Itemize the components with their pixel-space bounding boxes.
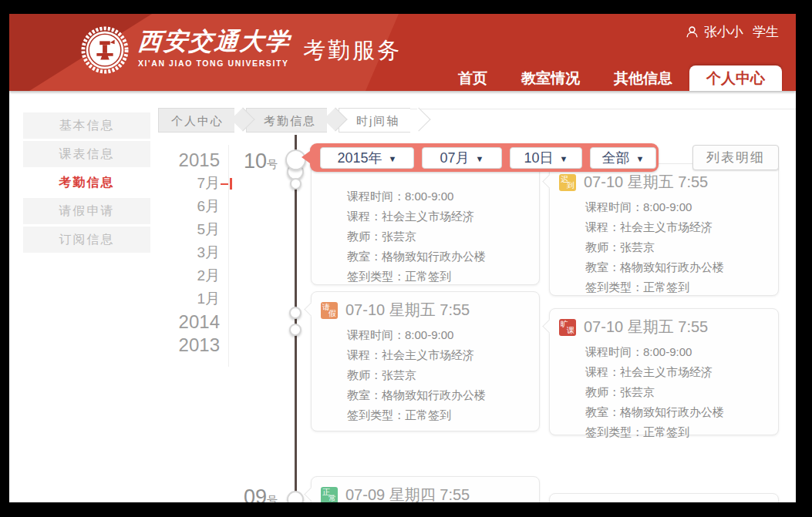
- chevron-down-icon: [560, 149, 568, 166]
- scale-year-2014[interactable]: 2014: [125, 311, 220, 334]
- day-select-value: 10日: [524, 149, 554, 167]
- university-emblem-icon: [81, 26, 129, 74]
- nav-item-home[interactable]: 首页: [446, 65, 500, 91]
- card-header: 旷 课 07-10 星期五 7:55: [559, 317, 769, 337]
- nav-item-classrooms[interactable]: 教室情况: [509, 65, 592, 91]
- year-select[interactable]: 2015年: [320, 147, 414, 169]
- card-body: 课程时间：8:00-9:00 课程：社会主义市场经济 教师：张芸京 教室：格物致…: [321, 325, 530, 425]
- day-number: 09: [244, 485, 267, 502]
- timeline-node: [289, 307, 302, 319]
- month-select-value: 07月: [440, 149, 470, 167]
- scale-year-2015[interactable]: 2015: [125, 149, 220, 172]
- scale-month-5[interactable]: 5月: [125, 218, 220, 241]
- scale-month-7[interactable]: 7月: [125, 172, 220, 195]
- day-select[interactable]: 10日: [510, 147, 582, 169]
- scale-month-6[interactable]: 6月: [125, 195, 220, 218]
- card-field: 课程时间：8:00-9:00: [347, 325, 530, 345]
- card-date: 07-10 星期五 7:55: [584, 172, 708, 193]
- brand-text: 西安交通大学 XI'AN JIAO TONG UNIVERSITY: [138, 26, 291, 68]
- breadcrumb: 个人中心 考勤信息 时j间轴: [158, 108, 422, 133]
- card-date: 07-10 星期五 7:55: [345, 300, 470, 321]
- card-field: 课程时间：8:00-9:00: [347, 186, 530, 206]
- brand: 西安交通大学 XI'AN JIAO TONG UNIVERSITY 考勤服务: [81, 26, 402, 74]
- badge-char: 常: [329, 495, 336, 502]
- university-name-cn: 西安交通大学: [137, 26, 292, 57]
- card-field: 教师：张芸京: [585, 382, 769, 402]
- card-field: 教室：格物致知行政办公楼: [347, 247, 530, 267]
- university-name-en: XI'AN JIAO TONG UNIVERSITY: [138, 59, 291, 68]
- attendance-card: 迟 到 07-10 星期五 7:55 课程时间：8:00-9:00 课程：社会主…: [549, 163, 779, 296]
- nav-item-personal-center[interactable]: 个人中心: [689, 65, 782, 91]
- scale-month-3[interactable]: 3月: [125, 241, 220, 264]
- status-badge-late: 迟 到: [559, 174, 576, 191]
- timeline-day-label-10: 10号: [225, 149, 278, 173]
- card-field: 教室：格物致知行政办公楼: [585, 257, 769, 277]
- main-nav: 首页 教室情况 其他信息 个人中心: [441, 65, 782, 91]
- type-select-value: 全部: [602, 149, 630, 167]
- scale-divider: [228, 145, 229, 367]
- card-field: 签到类型：正常签到: [347, 267, 530, 287]
- card-field: 教室：格物致知行政办公楼: [585, 402, 769, 422]
- chevron-down-icon: [389, 149, 397, 166]
- card-date: 07-10 星期五 7:55: [584, 317, 708, 337]
- attendance-card: 正 常 07-09 星期四 7:55: [311, 476, 540, 502]
- card-field: 教师：张芸京: [585, 237, 769, 257]
- breadcrumb-personal-center[interactable]: 个人中心: [158, 108, 234, 133]
- card-header: 请 假 07-10 星期五 7:55: [321, 300, 530, 321]
- card-header: 正 常 07-09 星期四 7:55: [321, 485, 530, 502]
- filter-bar: 2015年 07月 10日 全部: [310, 143, 659, 172]
- scale-year-2013[interactable]: 2013: [125, 334, 220, 357]
- chevron-down-icon: [636, 149, 645, 166]
- card-field: 教室：格物致知行政办公楼: [347, 385, 530, 405]
- timeline-day-label-09: 09号: [225, 485, 278, 502]
- user-name: 张小小: [704, 23, 743, 41]
- user-info[interactable]: 张小小 学生: [686, 23, 779, 41]
- card-field: 课程时间：8:00-9:00: [585, 197, 769, 217]
- card-body: 课程时间：8:00-9:00 课程：社会主义市场经济 教师：张芸京 教室：格物致…: [559, 342, 769, 442]
- chevron-down-icon: [476, 149, 484, 166]
- scale-month-2[interactable]: 2月: [125, 264, 220, 287]
- card-body: 课程时间：8:00-9:00 课程：社会主义市场经济 教师：张芸京 教室：格物致…: [559, 197, 769, 297]
- status-badge-normal: 正 常: [321, 487, 338, 503]
- card-field: 课程时间：8:00-9:00: [585, 342, 769, 362]
- card-field: 签到类型：正常签到: [347, 405, 530, 425]
- card-header: 迟 到 07-10 星期五 7:55: [559, 172, 769, 193]
- status-badge-leave: 请 假: [321, 302, 338, 319]
- breadcrumb-attendance-info[interactable]: 考勤信息: [246, 108, 327, 133]
- card-field: 签到类型：正常签到: [585, 277, 769, 297]
- day-suffix: 号: [267, 494, 278, 502]
- timeline-node: [289, 324, 302, 336]
- status-badge-absent: 旷 课: [559, 319, 576, 336]
- timeline-node: [290, 178, 302, 190]
- attendance-card: [549, 493, 779, 502]
- card-field: 课程：社会主义市场经济: [585, 217, 769, 237]
- timeline-scale: 2015 7月 6月 5月 3月 2月 1月 2014 2013: [125, 149, 220, 357]
- card-field: 教师：张芸京: [347, 365, 530, 385]
- sidebar-item-basic-info[interactable]: 基本信息: [23, 112, 150, 139]
- scale-month-7-label: 7月: [197, 175, 220, 191]
- card-field: 课程：社会主义市场经济: [347, 206, 530, 227]
- content-area: 基本信息 课表信息 考勤信息 请假申请 订阅信息 个人中心 考勤信息 时j间轴 …: [9, 91, 796, 502]
- day-number: 10: [244, 149, 267, 173]
- list-detail-button[interactable]: 列表明细: [692, 145, 779, 170]
- scale-month-1[interactable]: 1月: [125, 287, 220, 311]
- card-date: 07-09 星期四 7:55: [345, 485, 470, 502]
- user-role: 学生: [753, 23, 779, 41]
- card-field: 课程：社会主义市场经济: [347, 345, 530, 365]
- card-body: 课程时间：8:00-9:00 课程：社会主义市场经济 教师：张芸京 教室：格物致…: [321, 186, 530, 287]
- badge-char: 课: [567, 327, 574, 334]
- nav-item-other-info[interactable]: 其他信息: [601, 65, 685, 91]
- person-icon: [686, 25, 699, 39]
- type-select[interactable]: 全部: [590, 147, 656, 169]
- year-select-value: 2015年: [338, 149, 382, 167]
- card-field: 签到类型：正常签到: [585, 422, 769, 442]
- card-field: 教师：张芸京: [347, 227, 530, 247]
- attendance-card: 请 假 07-10 星期五 7:55 课程时间：8:00-9:00 课程：社会主…: [311, 291, 540, 431]
- current-month-marker-icon: [220, 178, 232, 190]
- breadcrumb-timeline[interactable]: 时j间轴: [339, 108, 410, 133]
- day-suffix: 号: [267, 158, 278, 170]
- month-select[interactable]: 07月: [422, 147, 502, 169]
- app-window: 西安交通大学 XI'AN JIAO TONG UNIVERSITY 考勤服务 张…: [9, 14, 796, 502]
- attendance-card: 课程时间：8:00-9:00 课程：社会主义市场经济 教师：张芸京 教室：格物致…: [311, 158, 540, 285]
- badge-char: 假: [329, 310, 336, 317]
